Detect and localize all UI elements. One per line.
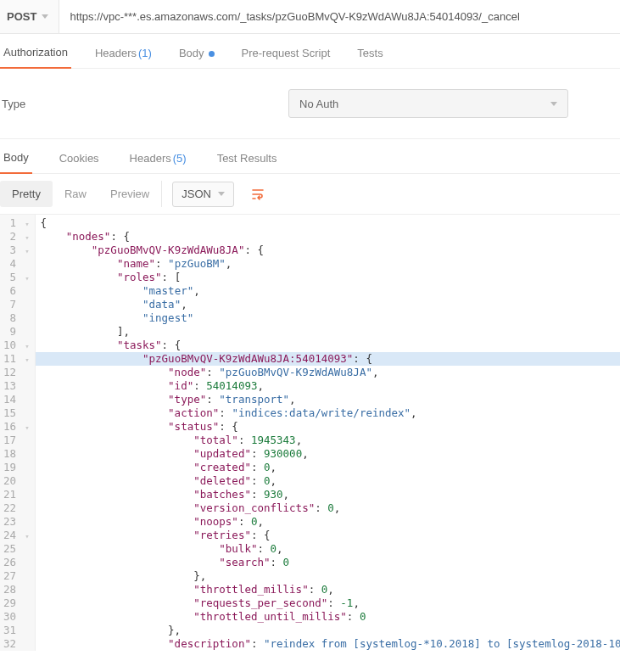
tab-label: Tests bbox=[357, 47, 383, 59]
line-number: 8 bbox=[0, 311, 35, 325]
line-number: 27 bbox=[0, 569, 35, 583]
line-number: 24 ▾ bbox=[0, 529, 35, 542]
code-line[interactable]: "status": { bbox=[36, 420, 620, 434]
code-line[interactable]: "throttled_millis": 0, bbox=[36, 583, 620, 596]
format-select[interactable]: JSON bbox=[172, 182, 234, 207]
code-line[interactable]: "name": "pzGuoBM", bbox=[36, 257, 620, 271]
tab-label: Headers bbox=[130, 152, 171, 165]
line-number: 6 bbox=[0, 284, 35, 298]
code-line[interactable]: "data", bbox=[36, 298, 620, 311]
line-number: 18 bbox=[0, 447, 35, 461]
line-number: 28 bbox=[0, 583, 35, 596]
line-number: 15 bbox=[0, 406, 35, 420]
line-number: 14 bbox=[0, 393, 35, 406]
line-number: 17 bbox=[0, 434, 35, 447]
tab-body[interactable]: Body bbox=[176, 47, 218, 68]
line-number: 32 bbox=[0, 637, 35, 651]
wrap-lines-button[interactable] bbox=[244, 182, 271, 207]
code-line[interactable]: "retries": { bbox=[36, 529, 620, 542]
code-content[interactable]: { "nodes": { "pzGuoBMvQV-K9zWdAWu8JA": {… bbox=[36, 215, 620, 651]
chevron-down-icon bbox=[218, 192, 225, 196]
request-bar: POST bbox=[0, 0, 620, 34]
code-line[interactable]: "node": "pzGuoBMvQV-K9zWdAWu8JA", bbox=[36, 366, 620, 379]
code-line[interactable]: "throttled_until_millis": 0 bbox=[36, 610, 620, 624]
auth-selected-value: No Auth bbox=[299, 98, 338, 110]
tab-tests[interactable]: Tests bbox=[354, 47, 386, 68]
line-number: 25 bbox=[0, 542, 35, 556]
auth-section: Type No Auth bbox=[0, 69, 620, 139]
view-preview[interactable]: Preview bbox=[98, 181, 161, 207]
line-number: 4 bbox=[0, 257, 35, 271]
fold-icon[interactable]: ▾ bbox=[23, 231, 30, 244]
line-number: 26 bbox=[0, 556, 35, 569]
tab-prerequest[interactable]: Pre-request Script bbox=[238, 47, 334, 68]
line-gutter[interactable]: 1 ▾2 ▾3 ▾4 5 ▾6 7 8 9 10 ▾11 ▾12 13 14 1… bbox=[0, 215, 36, 651]
code-line[interactable]: "batches": 930, bbox=[36, 488, 620, 501]
code-line[interactable]: "total": 1945343, bbox=[36, 434, 620, 447]
http-method-label: POST bbox=[7, 10, 36, 23]
url-input[interactable] bbox=[59, 0, 620, 33]
code-line[interactable]: { bbox=[36, 216, 620, 230]
response-code-area[interactable]: 1 ▾2 ▾3 ▾4 5 ▾6 7 8 9 10 ▾11 ▾12 13 14 1… bbox=[0, 215, 620, 651]
line-number: 23 bbox=[0, 515, 35, 529]
code-line[interactable]: "pzGuoBMvQV-K9zWdAWu8JA:54014093": { bbox=[36, 352, 620, 366]
code-line[interactable]: "action": "indices:data/write/reindex", bbox=[36, 406, 620, 420]
code-line[interactable]: "ingest" bbox=[36, 311, 620, 325]
view-pretty[interactable]: Pretty bbox=[0, 181, 53, 207]
view-mode-group: Pretty Raw Preview bbox=[0, 181, 162, 207]
line-number: 2 ▾ bbox=[0, 230, 35, 244]
fold-icon[interactable]: ▾ bbox=[23, 339, 30, 353]
line-number: 31 bbox=[0, 624, 35, 637]
code-line[interactable]: "deleted": 0, bbox=[36, 474, 620, 488]
resp-tab-cookies[interactable]: Cookies bbox=[56, 152, 103, 173]
code-line[interactable]: "updated": 930000, bbox=[36, 447, 620, 461]
tab-label: Headers bbox=[95, 47, 137, 59]
code-line[interactable]: "created": 0, bbox=[36, 461, 620, 474]
code-line[interactable]: "noops": 0, bbox=[36, 515, 620, 529]
code-line[interactable]: "tasks": { bbox=[36, 339, 620, 352]
tab-headers[interactable]: Headers(1) bbox=[92, 47, 155, 68]
view-raw[interactable]: Raw bbox=[53, 181, 98, 207]
code-line[interactable]: "pzGuoBMvQV-K9zWdAWu8JA": { bbox=[36, 244, 620, 257]
resp-tab-headers[interactable]: Headers(5) bbox=[126, 152, 190, 173]
tab-label: Test Results bbox=[217, 152, 277, 165]
fold-icon[interactable]: ▾ bbox=[23, 353, 30, 367]
code-line[interactable]: "master", bbox=[36, 284, 620, 298]
line-number: 10 ▾ bbox=[0, 339, 35, 352]
code-line[interactable]: "bulk": 0, bbox=[36, 542, 620, 556]
code-line[interactable]: "requests_per_second": -1, bbox=[36, 596, 620, 610]
line-number: 12 bbox=[0, 366, 35, 379]
line-number: 29 bbox=[0, 596, 35, 610]
line-number: 9 bbox=[0, 325, 35, 339]
http-method-dropdown[interactable]: POST bbox=[0, 0, 59, 33]
tab-authorization[interactable]: Authorization bbox=[0, 46, 71, 69]
request-tabs: Authorization Headers(1) Body Pre-reques… bbox=[0, 34, 620, 69]
auth-type-label: Type bbox=[0, 98, 288, 110]
line-number: 1 ▾ bbox=[0, 216, 35, 230]
code-line[interactable]: "description": "reindex from [systemlog-… bbox=[36, 637, 620, 651]
line-number: 13 bbox=[0, 379, 35, 393]
fold-icon[interactable]: ▾ bbox=[23, 217, 30, 231]
resp-tab-tests[interactable]: Test Results bbox=[214, 152, 281, 173]
auth-type-select[interactable]: No Auth bbox=[288, 89, 568, 118]
chevron-down-icon bbox=[550, 102, 557, 106]
code-line[interactable]: ], bbox=[36, 325, 620, 339]
fold-icon[interactable]: ▾ bbox=[23, 529, 30, 543]
chevron-down-icon bbox=[42, 14, 48, 19]
response-toolbar: Pretty Raw Preview JSON bbox=[0, 174, 620, 215]
fold-icon[interactable]: ▾ bbox=[23, 244, 30, 258]
code-line[interactable]: "nodes": { bbox=[36, 230, 620, 244]
code-line[interactable]: "search": 0 bbox=[36, 556, 620, 569]
code-line[interactable]: }, bbox=[36, 624, 620, 637]
tab-label: Authorization bbox=[3, 46, 68, 59]
code-line[interactable]: "roles": [ bbox=[36, 271, 620, 284]
tab-label: Body bbox=[3, 151, 29, 164]
code-line[interactable]: "version_conflicts": 0, bbox=[36, 501, 620, 515]
line-number: 11 ▾ bbox=[0, 352, 35, 366]
resp-tab-body[interactable]: Body bbox=[0, 151, 32, 174]
code-line[interactable]: }, bbox=[36, 569, 620, 583]
fold-icon[interactable]: ▾ bbox=[23, 421, 30, 434]
fold-icon[interactable]: ▾ bbox=[23, 272, 30, 285]
code-line[interactable]: "type": "transport", bbox=[36, 393, 620, 406]
code-line[interactable]: "id": 54014093, bbox=[36, 379, 620, 393]
